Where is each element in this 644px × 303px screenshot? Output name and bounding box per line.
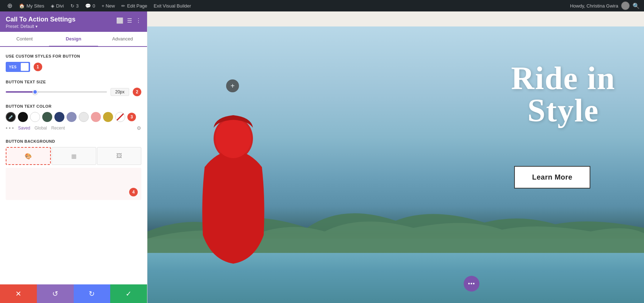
slider-section: Button Text Size 20px 2 <box>6 80 141 96</box>
bg-option-color[interactable]: 🎨 <box>6 147 51 165</box>
divi-icon: ◈ <box>51 3 54 9</box>
bg-section: Button Background 🎨 ▦ 🖼 4 <box>6 139 141 200</box>
cancel-icon: ✕ <box>15 289 21 298</box>
custom-styles-label: Use Custom Styles For Button <box>6 54 141 58</box>
exit-builder-item[interactable]: Exit Visual Builder <box>151 0 194 11</box>
hero-title: Ride in Style <box>511 62 615 127</box>
avatar[interactable] <box>621 1 630 10</box>
preview-top-bar <box>147 11 644 26</box>
color-section: Button Text Color 💉 3 <box>6 104 141 131</box>
preview-area: Ride in Style Learn More + ••• <box>147 11 644 303</box>
panel-icon-resize[interactable]: ⬜ <box>116 17 123 24</box>
tab-content[interactable]: Content <box>0 32 49 47</box>
howdy-text: Howdy, Christina Gwira <box>570 3 618 9</box>
edit-icon: ✏ <box>121 3 125 9</box>
color-dots[interactable]: • • • <box>6 125 14 131</box>
color-swatch-lightgray[interactable] <box>79 112 89 122</box>
bg-option-image[interactable]: 🖼 <box>97 147 141 165</box>
color-swatches: 💉 3 <box>6 112 141 122</box>
color-swatch-lavender[interactable] <box>67 112 77 122</box>
bg-options: 🎨 ▦ 🖼 <box>6 147 141 165</box>
step-badge-4[interactable]: 4 <box>129 188 138 196</box>
hero-title-line1: Ride in <box>511 60 615 96</box>
new-item[interactable]: + New <box>99 0 118 11</box>
comments-item[interactable]: ↻ 3 <box>68 0 82 11</box>
my-sites-item[interactable]: 🏠 My Sites <box>16 0 47 11</box>
svg-point-1 <box>215 119 251 158</box>
float-dots-button[interactable]: ••• <box>464 276 479 292</box>
panel-header-icons: ⬜ ☰ ⋮ <box>116 17 141 24</box>
color-swatch-black[interactable] <box>18 112 28 122</box>
color-tab-saved[interactable]: Saved <box>16 125 31 131</box>
color-swatch-gold[interactable] <box>103 112 113 122</box>
bg-option-gradient[interactable]: ▦ <box>52 147 96 165</box>
comments-count: 3 <box>76 3 79 9</box>
search-icon[interactable]: 🔍 <box>633 3 640 9</box>
tabs-bar: Content Design Advanced <box>0 32 147 47</box>
cancel-button[interactable]: ✕ <box>0 284 37 303</box>
new-label: + New <box>102 3 115 9</box>
redo-button[interactable]: ↻ <box>74 284 111 303</box>
left-panel: Call To Action Settings Preset: Default … <box>0 11 147 303</box>
step-badge-1[interactable]: 1 <box>34 63 42 71</box>
float-dots-icon: ••• <box>468 280 475 287</box>
color-fill-icon: 🎨 <box>25 153 32 160</box>
save-icon: ✓ <box>126 289 132 298</box>
gear-icon[interactable]: ⚙ <box>137 125 141 131</box>
divi-item[interactable]: ◈ Divi <box>48 0 67 11</box>
button-text-size-label: Button Text Size <box>6 80 141 84</box>
hero-title-line2: Style <box>527 93 599 128</box>
wp-logo-icon: ⊕ <box>7 2 13 10</box>
undo-icon: ↺ <box>52 289 58 298</box>
refresh-icon: ↻ <box>70 3 74 9</box>
custom-styles-toggle[interactable]: YES <box>6 62 30 72</box>
panel-footer: ✕ ↺ ↻ ✓ <box>0 284 147 303</box>
tab-design[interactable]: Design <box>49 32 98 47</box>
color-tab-global[interactable]: Global <box>33 125 49 131</box>
panel-icon-more[interactable]: ⋮ <box>136 17 141 24</box>
color-tab-recent[interactable]: Recent <box>50 125 66 131</box>
my-sites-label: My Sites <box>26 3 44 9</box>
color-swatch-white[interactable] <box>30 112 40 122</box>
red-figure-svg <box>183 110 283 267</box>
toggle-yes-label: YES <box>6 62 20 72</box>
admin-bar-left: ⊕ 🏠 My Sites ◈ Divi ↻ 3 💬 0 + New ✏ Edit… <box>4 0 569 11</box>
zero-count: 0 <box>93 3 95 9</box>
zero-comments-item[interactable]: 💬 0 <box>82 0 98 11</box>
slider-track[interactable] <box>6 91 107 93</box>
cta-button-container: Learn More <box>514 166 590 189</box>
red-figure <box>183 110 283 267</box>
admin-bar-right: Howdy, Christina Gwira 🔍 <box>570 1 640 10</box>
save-button[interactable]: ✓ <box>110 284 147 303</box>
eyedropper-swatch[interactable]: 💉 <box>6 112 16 122</box>
panel-preset[interactable]: Preset: Default ▾ <box>6 24 75 29</box>
panel-header: Call To Action Settings Preset: Default … <box>0 11 147 32</box>
button-text-color-label: Button Text Color <box>6 104 141 108</box>
step-badge-3[interactable]: 3 <box>127 113 136 121</box>
plus-icon: + <box>230 82 235 90</box>
color-swatch-navy[interactable] <box>54 112 64 122</box>
home-icon: 🏠 <box>19 3 25 9</box>
tab-advanced[interactable]: Advanced <box>98 32 147 47</box>
hero-section: Ride in Style Learn More + ••• <box>147 26 644 303</box>
slider-thumb[interactable] <box>33 89 38 94</box>
edit-page-item[interactable]: ✏ Edit Page <box>118 0 150 11</box>
color-preview-box: 4 <box>6 168 141 200</box>
eyedropper-icon: 💉 <box>8 114 14 119</box>
add-section-button[interactable]: + <box>226 79 239 92</box>
panel-icon-toggle[interactable]: ☰ <box>127 17 132 24</box>
color-swatch-green[interactable] <box>42 112 52 122</box>
comment-icon: 💬 <box>85 3 91 9</box>
color-swatch-red-slash[interactable] <box>115 112 125 122</box>
panel-body: Use Custom Styles For Button YES 1 Butto… <box>0 47 147 284</box>
admin-bar: ⊕ 🏠 My Sites ◈ Divi ↻ 3 💬 0 + New ✏ Edit… <box>0 0 644 11</box>
color-swatch-pink[interactable] <box>91 112 101 122</box>
undo-button[interactable]: ↺ <box>37 284 74 303</box>
panel-title: Call To Action Settings <box>6 16 75 23</box>
cta-button[interactable]: Learn More <box>514 166 590 189</box>
toggle-handle <box>21 63 29 71</box>
hero-text: Ride in Style <box>511 62 615 127</box>
step-badge-2[interactable]: 2 <box>133 88 141 96</box>
panel-header-info: Call To Action Settings Preset: Default … <box>6 16 75 29</box>
wp-logo-item[interactable]: ⊕ <box>4 0 15 11</box>
